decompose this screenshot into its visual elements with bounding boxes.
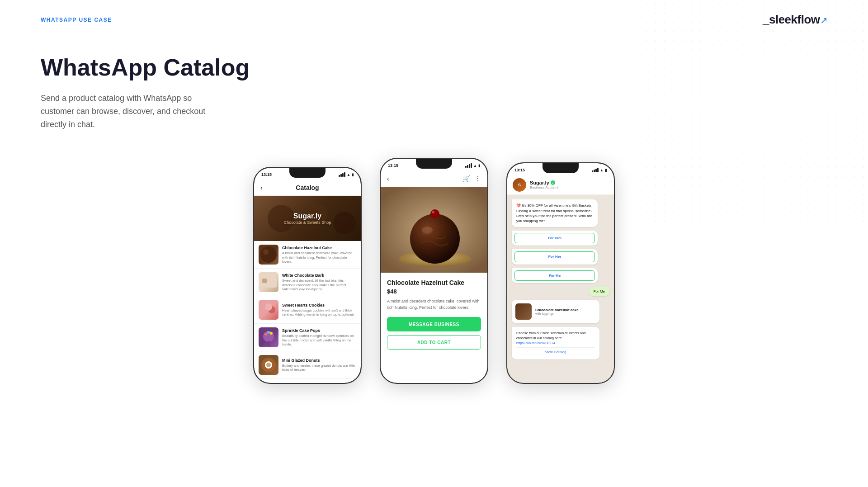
logo-text: _sleekflow↗: [763, 13, 827, 27]
battery-icon-3: ▮: [605, 168, 607, 172]
chat-product-info: Chlocolate hazelnut cake with toppings: [535, 308, 596, 315]
catalog-item-info-5: Mini Glazed Donuts Buttery and tender, t…: [282, 358, 356, 373]
phone-catalog: 13:15 ▲ ▮ ‹ Catalog: [253, 167, 362, 384]
battery-icon-2: ▮: [478, 164, 480, 168]
more-icon[interactable]: ⋮: [475, 175, 481, 182]
chat-product-subtitle: with toppings: [535, 312, 596, 315]
option-for-her[interactable]: For Her: [512, 249, 598, 264]
catalog-shop-info: Sugar.ly Chocolate & Sweets Shop: [284, 212, 331, 225]
option-me-label: For Me: [514, 270, 595, 281]
catalog-item-desc-2: Sweet and decadent, till the last bite, …: [282, 279, 356, 292]
battery-icon-1: ▮: [352, 173, 354, 177]
svg-point-5: [263, 249, 269, 255]
catalog-item-5[interactable]: Mini Glazed Donuts Buttery and tender, t…: [254, 351, 361, 379]
status-time-3: 13:15: [514, 168, 525, 172]
status-icons-2: ▲ ▮: [465, 163, 480, 168]
business-subtitle: Business Account: [530, 185, 609, 189]
catalog-item-name-5: Mini Glazed Donuts: [282, 358, 356, 363]
svg-point-18: [266, 363, 271, 367]
catalog-item-2[interactable]: White Chocolate Bark Sweet and decadent,…: [254, 269, 361, 296]
svg-point-13: [264, 333, 267, 336]
wifi-icon-1: ▲: [347, 173, 350, 177]
chat-product-card: Chlocolate hazelnut cake with toppings: [512, 300, 599, 323]
status-icons-3: ▲ ▮: [592, 168, 607, 172]
catalog-nav: ‹ Catalog: [254, 180, 361, 196]
logo: _sleekflow↗: [763, 13, 827, 27]
add-to-cart-button[interactable]: ADD TO CART: [387, 335, 481, 350]
catalog-thumb-2: [259, 272, 278, 292]
catalog-item-3[interactable]: Sweet Hearts Cookies Heart shaped sugar …: [254, 296, 361, 324]
phone-notch-2: [416, 159, 452, 169]
catalog-item-info-4: Sprinkle Cake Pops Beautifully coated in…: [282, 328, 356, 347]
catalog-item-info-1: Chlocolate Hazelnut Cake A moist and dec…: [282, 246, 356, 264]
shop-name: Sugar.ly: [284, 212, 331, 220]
shop-subtitle: Chocolate & Sweets Shop: [284, 220, 331, 225]
svg-point-22: [422, 227, 433, 234]
svg-rect-7: [262, 279, 267, 283]
catalog-item-1[interactable]: Chlocolate Hazelnut Cake A moist and dec…: [254, 241, 361, 269]
chat-header-info: Sugar.ly ✓ Business Account: [530, 180, 609, 189]
phone-chat: 13:15 ▲ ▮ S: [506, 162, 615, 384]
signal-icon-3: [592, 168, 599, 172]
status-time-1: 13:15: [261, 172, 272, 177]
option-for-him[interactable]: For Him: [512, 231, 598, 246]
product-image: [381, 187, 487, 273]
svg-rect-12: [267, 341, 270, 346]
catalog-item-desc-3: Heart shaped sugar cookies with soft and…: [282, 308, 356, 317]
svg-point-21: [410, 214, 460, 264]
product-nav: ‹ 🛒 ⋮: [381, 170, 487, 187]
avatar-image: S: [513, 178, 526, 192]
svg-point-15: [267, 331, 270, 334]
catalog-item-4[interactable]: Sprinkle Cake Pops Beautifully coated in…: [254, 324, 361, 351]
cart-icon[interactable]: 🛒: [462, 175, 470, 182]
catalog-thumb-1: [259, 245, 278, 265]
verified-icon: ✓: [551, 180, 555, 185]
catalog-item-name-4: Sprinkle Cake Pops: [282, 328, 356, 333]
phone-product: 13:15 ▲ ▮ ‹ 🛒: [380, 158, 488, 384]
product-nav-icons: 🛒 ⋮: [462, 175, 481, 182]
back-arrow-2[interactable]: ‹: [387, 175, 389, 182]
catalog-message-bubble: Choose from our wide selection of sweets…: [512, 327, 599, 360]
signal-icon-1: [339, 172, 345, 177]
phone-notch-3: [542, 163, 579, 173]
catalog-link[interactable]: https://wa.me/c/20230214: [516, 341, 555, 345]
status-time-2: 13:15: [388, 163, 398, 168]
catalog-item-desc-4: Beautifully coated in bright rainbow spr…: [282, 334, 356, 347]
chat-product-thumbnail: [515, 303, 532, 320]
product-scene: [381, 187, 487, 273]
page-header: WHATSAPP USE CASE _sleekflow↗: [0, 0, 868, 27]
product-description: A moist and decadent chocolate cake, cov…: [387, 298, 481, 311]
catalog-nav-title: Catalog: [296, 184, 319, 191]
back-arrow-1[interactable]: ‹: [260, 184, 263, 191]
catalog-thumb-4: [259, 327, 278, 347]
message-business-button[interactable]: MESSAGE BUSINESS: [387, 317, 481, 331]
option-her-label: For Her: [514, 251, 595, 262]
product-name: Chlocolate Hazelnut Cake: [387, 279, 481, 286]
catalog-hero: Sugar.ly Chocolate & Sweets Shop: [254, 196, 361, 241]
catalog-item-name-1: Chlocolate Hazelnut Cake: [282, 246, 356, 250]
product-price: $48: [387, 288, 481, 295]
chat-header: S Sugar.ly ✓ Business Account: [507, 175, 614, 195]
catalog-thumb-3: [259, 300, 278, 320]
svg-point-14: [270, 332, 273, 335]
catalog-item-desc-5: Buttery and tender, these glazed donuts …: [282, 364, 356, 373]
page-title: WhatsApp Catalog: [41, 54, 827, 81]
option-for-me[interactable]: For Me: [512, 268, 598, 283]
catalog-item-name-2: White Chocolate Bark: [282, 273, 356, 278]
view-catalog-button[interactable]: View Catalog: [516, 347, 595, 356]
chat-body[interactable]: 💝 It's 30% OFF for all Valentine's Gift …: [507, 195, 614, 383]
wifi-icon-2: ▲: [473, 164, 477, 168]
svg-point-24: [432, 211, 434, 213]
catalog-list[interactable]: Chlocolate Hazelnut Cake A moist and dec…: [254, 241, 361, 379]
hero-description: Send a product catalog with WhatsApp so …: [41, 92, 222, 131]
phone-notch-1: [289, 168, 326, 178]
hero-section: WhatsApp Catalog Send a product catalog …: [0, 27, 868, 131]
selected-option-bubble: For Me: [589, 287, 609, 296]
status-icons-1: ▲ ▮: [339, 172, 354, 177]
product-details: Chlocolate Hazelnut Cake $48 A moist and…: [381, 273, 487, 356]
signal-icon-2: [465, 163, 472, 168]
chat-product-name: Chlocolate hazelnut cake: [535, 308, 596, 312]
catalog-thumb-5: [259, 355, 278, 375]
svg-point-4: [260, 246, 277, 263]
business-avatar: S: [513, 178, 526, 192]
